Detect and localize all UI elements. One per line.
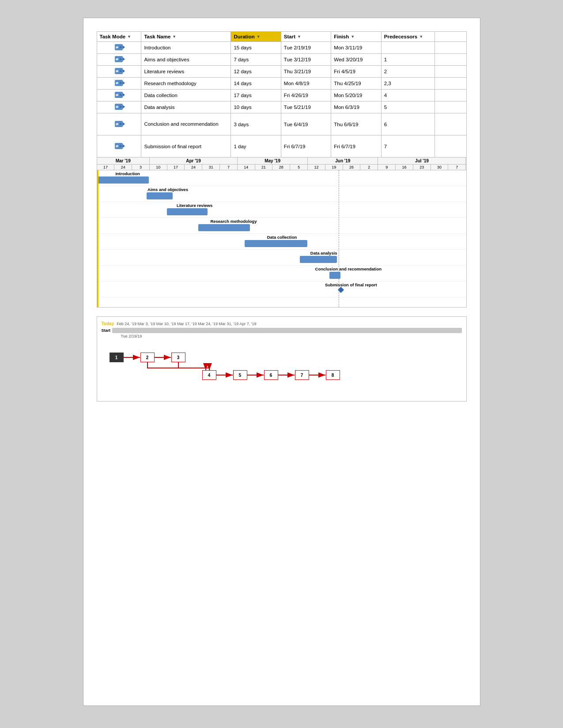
task-name-cell: Submission of final report (141, 135, 231, 158)
gantt-bar-label: Aims and objectives (147, 187, 188, 192)
svg-text:⇄: ⇄ (116, 70, 118, 73)
svg-marker-13 (120, 94, 122, 96)
extra-cell (435, 135, 466, 158)
finish-cell: Fri 4/5/19 (331, 66, 381, 78)
task-name-cell: Aims and objectives (141, 54, 231, 66)
gantt-bar-label: Conclusion and recommendation (315, 266, 382, 271)
task-name-cell: Research methodology (141, 78, 231, 90)
network-section: Today Feb 24, '19 Mar 3, '19 Mar 10, '19… (97, 316, 467, 402)
predecessors-cell: 1 (381, 54, 435, 66)
svg-text:⇄: ⇄ (116, 105, 118, 109)
gantt-bar (245, 240, 307, 247)
gantt-bar (97, 176, 149, 184)
start-date: Tue 2/19/19 (121, 334, 462, 338)
task-mode-sort-icon[interactable]: ▼ (127, 34, 131, 39)
task-name-cell: Literature reviews (141, 66, 231, 78)
gantt-week-label: 7 (220, 165, 238, 170)
task-mode-cell: ⇄ (97, 42, 141, 54)
gantt-week-label: 24 (114, 165, 132, 170)
task-mode-icon: ⇄ (115, 143, 123, 149)
col-finish[interactable]: Finish ▼ (331, 32, 381, 42)
start-cell: Tue 5/21/19 (281, 101, 331, 113)
predecessors-cell: 4 (381, 90, 435, 101)
predecessors-cell: 6 (381, 113, 435, 135)
finish-cell: Fri 6/7/19 (331, 135, 381, 158)
svg-text:⇄: ⇄ (116, 58, 118, 61)
task-mode-cell: ⇄ (97, 66, 141, 78)
network-node: 2 (140, 353, 155, 362)
duration-cell: 17 days (231, 90, 281, 101)
gantt-week-label: 3 (132, 165, 150, 170)
col-task-name[interactable]: Task Name ▼ (141, 32, 231, 42)
task-mode-icon: ⇄ (115, 80, 123, 86)
finish-cell: Thu 6/6/19 (331, 113, 381, 135)
gantt-week-label: 7 (448, 165, 466, 170)
gantt-bar (167, 208, 208, 215)
gantt-row: Introduction (97, 170, 466, 186)
finish-sort-icon[interactable]: ▼ (351, 34, 355, 39)
predecessors-sort-icon[interactable]: ▼ (419, 34, 423, 39)
col-predecessors[interactable]: Predecessors ▼ (381, 32, 435, 42)
svg-marker-16 (120, 105, 122, 108)
col-start[interactable]: Start ▼ (281, 32, 331, 42)
svg-text:⇄: ⇄ (116, 46, 118, 49)
duration-cell: 1 day (231, 135, 281, 158)
task-mode-icon: ⇄ (115, 104, 123, 110)
predecessors-cell: 2 (381, 66, 435, 78)
duration-sort-icon[interactable]: ▼ (257, 34, 261, 39)
duration-cell: 3 days (231, 113, 281, 135)
task-mode-icon: ⇄ (115, 121, 123, 127)
start-cell: Fri 6/7/19 (281, 135, 331, 158)
task-name-sort-icon[interactable]: ▼ (172, 34, 176, 39)
gantt-week-label: 31 (202, 165, 220, 170)
svg-marker-4 (120, 58, 122, 60)
gantt-week-label: 24 (185, 165, 202, 170)
table-row: ⇄ Data analysis10 daysTue 5/21/19Mon 6/3… (97, 101, 466, 113)
svg-marker-22 (120, 145, 122, 147)
gantt-bar (198, 224, 250, 231)
network-diagram: 12345678 (102, 344, 462, 397)
gantt-month-label: Jun '19 (308, 158, 378, 164)
gantt-bar-label: Literature reviews (177, 203, 212, 208)
task-mode-cell: ⇄ (97, 113, 141, 135)
svg-text:⇄: ⇄ (116, 145, 118, 148)
start-cell: Tue 3/12/19 (281, 54, 331, 66)
gantt-month-label: Apr '19 (150, 158, 238, 164)
gantt-month-label: Mar '19 (97, 158, 150, 164)
network-node: 7 (295, 370, 309, 380)
svg-text:⇄: ⇄ (116, 94, 118, 97)
gantt-week-label: 21 (255, 165, 273, 170)
network-node: 1 (110, 353, 124, 362)
gantt-week-label: 30 (431, 165, 449, 170)
task-mode-cell: ⇄ (97, 78, 141, 90)
gantt-week-label: 28 (272, 165, 290, 170)
col-duration[interactable]: Duration ▼ (231, 32, 281, 42)
start-sort-icon[interactable]: ▼ (297, 34, 301, 39)
duration-cell: 12 days (231, 66, 281, 78)
predecessors-cell: 5 (381, 101, 435, 113)
gantt-row: Aims and objectives (97, 186, 466, 202)
col-task-mode[interactable]: Task Mode ▼ (97, 32, 141, 42)
finish-cell: Thu 4/25/19 (331, 78, 381, 90)
main-page: Task Mode ▼ Task Name ▼ Duration ▼ (83, 18, 480, 706)
finish-cell: Mon 3/11/19 (331, 42, 381, 54)
left-accent-line (97, 170, 98, 307)
gantt-week-label: 5 (290, 165, 308, 170)
timeline-header: Today Feb 24, '19 Mar 3, '19 Mar 10, '19… (102, 321, 462, 326)
start-row: Start (102, 328, 462, 333)
task-table: Task Mode ▼ Task Name ▼ Duration ▼ (97, 31, 467, 158)
gantt-row: Conclusion and recommendation (97, 266, 466, 281)
gantt-chart: Mar '19Apr '19May '19Jun '19Jul '19 1724… (97, 158, 467, 308)
table-row: ⇄ Aims and objectives7 daysTue 3/12/19We… (97, 54, 466, 66)
extra-cell (435, 66, 466, 78)
gantt-week-label: 9 (378, 165, 396, 170)
start-cell: Thu 3/21/19 (281, 66, 331, 78)
task-mode-icon: ⇄ (115, 44, 123, 50)
table-row: ⇄ Data collection17 daysFri 4/26/19Mon 5… (97, 90, 466, 101)
duration-cell: 10 days (231, 101, 281, 113)
extra-cell (435, 113, 466, 135)
gantt-row: Data collection (97, 234, 466, 250)
predecessors-cell: 2,3 (381, 78, 435, 90)
table-row: ⇄ Submission of final report1 dayFri 6/7… (97, 135, 466, 158)
gantt-bar-label: Data collection (267, 235, 297, 240)
